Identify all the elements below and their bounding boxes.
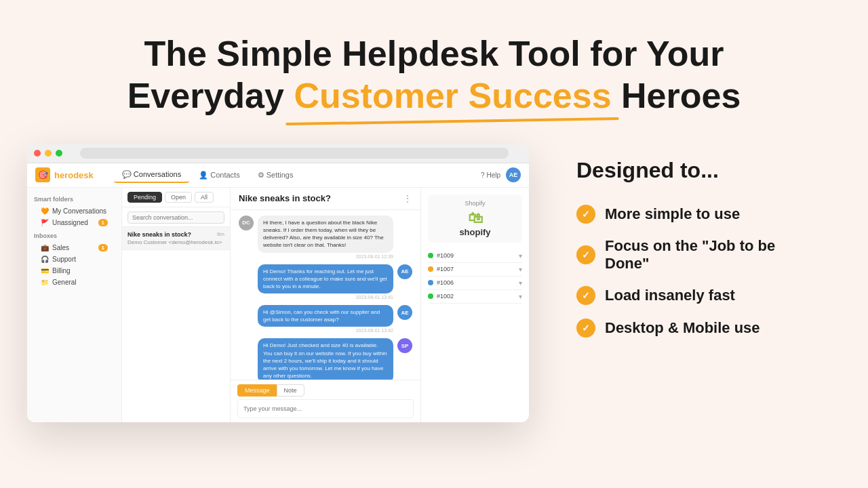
message-input[interactable] <box>237 399 414 418</box>
close-dot[interactable] <box>34 150 41 157</box>
msg-2-time: 2023-08-01 13:41 <box>356 295 393 300</box>
app-logo: 🎯 herodesk <box>35 167 94 182</box>
msg-1-wrapper: Hi there, I have a question about the bl… <box>258 216 393 259</box>
chevron-down-icon-4: ▾ <box>519 293 522 300</box>
order-item-1009[interactable]: #1009 ▾ <box>428 249 522 263</box>
order-dot-orange <box>428 266 433 272</box>
sidebar-item-sales[interactable]: 💼 Sales 1 <box>34 242 115 253</box>
conversation-list: Pending Open All Nike sneaks in stock? 8… <box>122 188 231 422</box>
feature-text-4: Desktop & Mobile use <box>605 319 760 337</box>
messages-area: DC Hi there, I have a question about the… <box>231 210 420 380</box>
conv-detail-title: Nike sneaks in stock? <box>239 193 331 203</box>
msg-1-bubble: Hi there, I have a question about the bl… <box>258 216 393 253</box>
check-icon-1 <box>576 205 595 224</box>
headline-line1: The Simple Helpdesk Tool for Your <box>144 34 724 73</box>
search-input[interactable] <box>127 211 224 224</box>
nav-contacts[interactable]: 👤 Contacts <box>191 168 248 182</box>
main-headline: The Simple Helpdesk Tool for Your Everyd… <box>54 33 814 117</box>
order-item-1002[interactable]: #1002 ▾ <box>428 290 522 304</box>
conversation-detail: Nike sneaks in stock? ⋮ DC Hi there, I h… <box>231 188 420 422</box>
msg-2-bubble: Hi Demo! Thanks for reaching out. Let me… <box>258 264 393 294</box>
minimize-dot[interactable] <box>45 150 52 157</box>
message-3: AE Hi @Simon, can you check with our sup… <box>239 305 412 333</box>
header-section: The Simple Helpdesk Tool for Your Everyd… <box>0 0 868 138</box>
headline-prefix: Everyday <box>127 76 294 115</box>
filter-bar: Pending Open All <box>122 188 230 207</box>
app-body: Smart folders 🧡 My Conversations 🚩 Unass… <box>27 188 529 422</box>
features-panel: Designed to... More simple to use Focus … <box>556 144 841 357</box>
feature-text-3: Load insanely fast <box>605 287 735 304</box>
unassigned-badge: 1 <box>98 219 108 226</box>
shopify-logo: 🛍 shopify <box>433 209 517 237</box>
message-1: DC Hi there, I have a question about the… <box>239 216 412 259</box>
msg-4-bubble: Hi Demo! Just checked and size 40 is ava… <box>258 338 393 379</box>
check-icon-4 <box>576 319 595 338</box>
logo-text: herodesk <box>54 170 94 180</box>
sp-avatar: SP <box>397 338 412 353</box>
chevron-down-icon-3: ▾ <box>519 279 522 287</box>
nav-settings[interactable]: ⚙ Settings <box>250 168 302 182</box>
feature-item-2: Focus on the "Job to be Done" <box>576 232 821 278</box>
check-icon-3 <box>576 286 595 305</box>
conv-name: Nike sneaks in stock? <box>127 231 191 238</box>
logo-icon: 🎯 <box>35 167 50 182</box>
msg-3-wrapper: Hi @Simon, can you check with our suppli… <box>258 305 393 333</box>
input-tabs: Message Note <box>237 384 414 396</box>
more-icon[interactable]: ⋮ <box>403 193 412 204</box>
sidebar-item-billing[interactable]: 💳 Billing <box>34 265 115 277</box>
nav-conversations[interactable]: 💬 Conversations <box>114 167 189 183</box>
tab-note[interactable]: Note <box>277 384 304 396</box>
shopify-label: Shopify <box>433 200 517 207</box>
sidebar-item-my-conversations[interactable]: 🧡 My Conversations <box>34 205 115 217</box>
sidebar-item-support[interactable]: 🎧 Support <box>34 253 115 265</box>
filter-open[interactable]: Open <box>165 192 192 203</box>
help-button[interactable]: ? Help <box>481 171 500 179</box>
order-item-1007[interactable]: #1007 ▾ <box>428 263 522 277</box>
sidebar-item-unassigned[interactable]: 🚩 Unassigned 1 <box>34 217 115 228</box>
message-2: AE Hi Demo! Thanks for reaching out. Let… <box>239 264 412 300</box>
order-dot-green <box>428 253 433 258</box>
msg-2-wrapper: Hi Demo! Thanks for reaching out. Let me… <box>258 264 393 300</box>
sales-badge: 1 <box>98 244 108 251</box>
main-content: 🎯 herodesk 💬 Conversations 👤 Contacts ⚙ … <box>0 138 868 422</box>
sidebar-smart-folders: Smart folders 🧡 My Conversations 🚩 Unass… <box>27 193 121 230</box>
nav-tabs: 💬 Conversations 👤 Contacts ⚙ Settings <box>114 167 481 183</box>
flag-icon: 🚩 <box>41 219 49 226</box>
ae-avatar-2: AE <box>397 305 412 320</box>
user-avatar[interactable]: AE <box>506 167 521 182</box>
msg-1-time: 2023-08-01 12:39 <box>258 254 393 259</box>
feature-item-3: Load insanely fast <box>576 281 821 310</box>
feature-item-1: More simple to use <box>576 199 821 229</box>
app-navbar: 🎯 herodesk 💬 Conversations 👤 Contacts ⚙ … <box>27 163 529 188</box>
message-input-area: Message Note <box>231 380 420 422</box>
shopify-panel: Shopify 🛍 shopify #1009 ▾ <box>420 188 529 422</box>
smart-folders-title: Smart folders <box>34 196 115 203</box>
chevron-down-icon: ▾ <box>519 252 522 260</box>
chevron-down-icon-2: ▾ <box>519 266 522 273</box>
tab-message[interactable]: Message <box>237 384 277 396</box>
filter-all[interactable]: All <box>195 192 214 203</box>
sidebar-item-general[interactable]: 📁 General <box>34 277 115 288</box>
order-item-1006[interactable]: #1006 ▾ <box>428 277 522 290</box>
message-4: SP Hi Demo! Just checked and size 40 is … <box>239 338 412 379</box>
shopify-header: Shopify 🛍 shopify <box>428 195 522 243</box>
conversation-search <box>122 207 230 227</box>
feature-text-2: Focus on the "Job to be Done" <box>605 237 821 272</box>
window-chrome <box>27 144 529 163</box>
headline-suffix: Heroes <box>612 76 741 115</box>
feature-item-4: Desktop & Mobile use <box>576 313 821 343</box>
msg-3-time: 2023-08-01 13:42 <box>356 328 393 333</box>
maximize-dot[interactable] <box>56 150 62 157</box>
headline-highlight: Customer Success <box>294 75 611 117</box>
filter-pending[interactable]: Pending <box>127 192 162 203</box>
nav-right: ? Help AE <box>481 167 521 182</box>
conv-preview: Demo Customer <demo@herodesk.io> <box>127 239 224 245</box>
order-dot-blue <box>428 280 433 285</box>
sidebar-inboxes: Inboxes 💼 Sales 1 🎧 Support 💳 Billing <box>27 230 121 289</box>
conv-detail-header: Nike sneaks in stock? ⋮ <box>231 188 420 210</box>
conv-time: 8m <box>217 231 224 237</box>
msg-4-wrapper: Hi Demo! Just checked and size 40 is ava… <box>258 338 393 379</box>
conversation-item[interactable]: Nike sneaks in stock? 8m Demo Customer <… <box>122 227 230 250</box>
heart-icon: 🧡 <box>41 207 49 215</box>
msg-3-bubble: Hi @Simon, can you check with our suppli… <box>258 305 393 327</box>
